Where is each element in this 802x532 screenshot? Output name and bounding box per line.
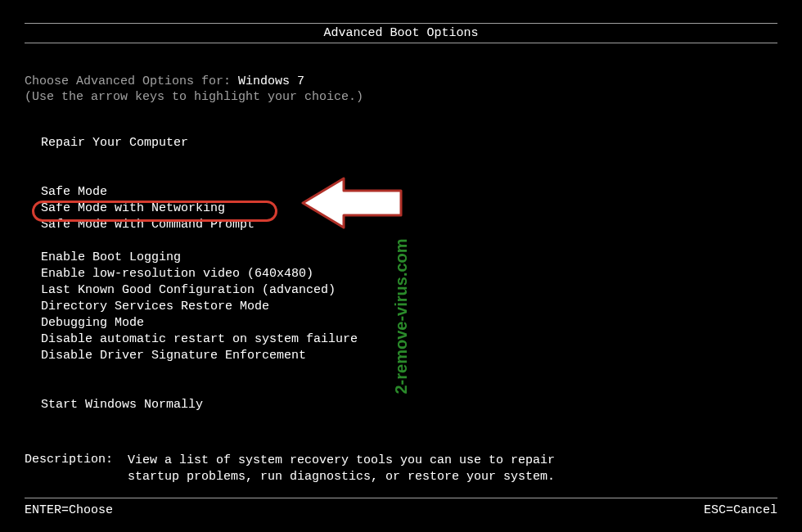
page-title: Advanced Boot Options — [323, 26, 478, 40]
menu-item-safe-mode[interactable]: Safe Mode — [41, 184, 777, 201]
menu-separator — [41, 151, 777, 184]
menu-item-last-known-good[interactable]: Last Known Good Configuration (advanced) — [41, 282, 777, 299]
boot-menu[interactable]: Repair Your Computer Safe Mode Safe Mode… — [25, 135, 777, 413]
menu-item-safe-mode-cmd[interactable]: Safe Mode with Command Prompt — [41, 217, 777, 233]
instruction-prefix: Choose Advanced Options for: — [25, 74, 238, 88]
menu-item-no-driver-sig[interactable]: Disable Driver Signature Enforcement — [41, 348, 777, 364]
menu-item-start-normally[interactable]: Start Windows Normally — [41, 397, 777, 413]
description-text: View a list of system recovery tools you… — [128, 453, 555, 485]
footer-esc-hint: ESC=Cancel — [704, 503, 777, 517]
description-line1: View a list of system recovery tools you… — [128, 453, 555, 469]
menu-separator — [41, 364, 777, 397]
instruction-line: Choose Advanced Options for: Windows 7 — [25, 74, 777, 88]
menu-separator — [41, 233, 777, 250]
menu-item-no-auto-restart[interactable]: Disable automatic restart on system fail… — [41, 331, 777, 348]
os-name: Windows 7 — [238, 74, 304, 88]
menu-item-debug[interactable]: Debugging Mode — [41, 315, 777, 331]
description-label: Description: — [25, 453, 113, 485]
title-bar: Advanced Boot Options — [25, 23, 777, 43]
menu-item-boot-logging[interactable]: Enable Boot Logging — [41, 250, 777, 266]
footer-enter-hint: ENTER=Choose — [25, 503, 113, 517]
hint-text: (Use the arrow keys to highlight your ch… — [25, 90, 777, 104]
menu-item-repair[interactable]: Repair Your Computer — [41, 135, 777, 151]
description-block: Description: View a list of system recov… — [25, 453, 777, 485]
description-line2: startup problems, run diagnostics, or re… — [128, 469, 555, 485]
footer-bar: ENTER=Choose ESC=Cancel — [25, 498, 777, 517]
menu-item-low-res[interactable]: Enable low-resolution video (640x480) — [41, 266, 777, 282]
menu-item-safe-mode-networking[interactable]: Safe Mode with Networking — [41, 201, 777, 217]
boot-screen: Advanced Boot Options Choose Advanced Op… — [0, 0, 802, 532]
menu-item-ds-restore[interactable]: Directory Services Restore Mode — [41, 299, 777, 315]
